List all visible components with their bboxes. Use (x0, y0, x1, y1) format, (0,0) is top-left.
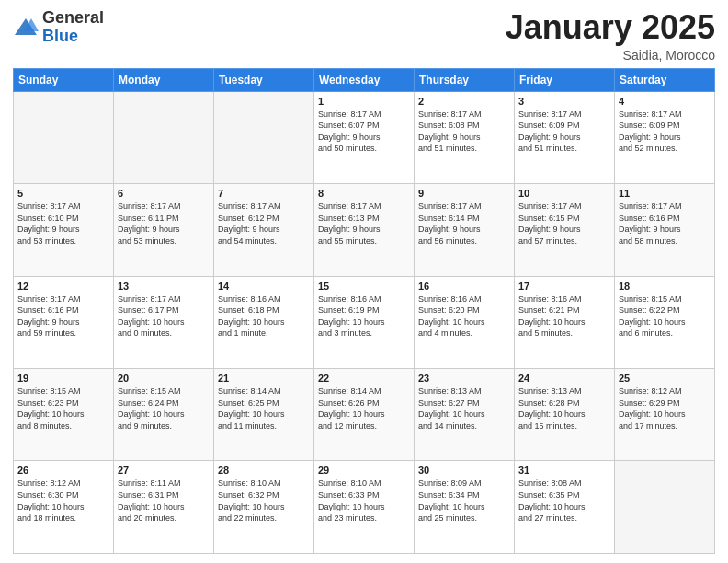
day-info: Sunrise: 8:08 AM Sunset: 6:35 PM Dayligh… (518, 477, 610, 523)
table-row: 4Sunrise: 8:17 AM Sunset: 6:09 PM Daylig… (615, 91, 715, 183)
table-row: 6Sunrise: 8:17 AM Sunset: 6:11 PM Daylig… (114, 184, 214, 276)
table-row (615, 461, 715, 554)
day-info: Sunrise: 8:17 AM Sunset: 6:09 PM Dayligh… (518, 109, 610, 155)
day-info: Sunrise: 8:15 AM Sunset: 6:23 PM Dayligh… (17, 385, 109, 431)
title-block: January 2025 Saidia, Morocco (506, 9, 715, 63)
table-row (214, 91, 314, 183)
header: General Blue January 2025 Saidia, Morocc… (13, 9, 715, 63)
logo-text: General Blue (42, 9, 104, 46)
day-number: 28 (218, 465, 310, 476)
table-row: 1Sunrise: 8:17 AM Sunset: 6:07 PM Daylig… (314, 91, 415, 183)
table-row: 8Sunrise: 8:17 AM Sunset: 6:13 PM Daylig… (314, 184, 415, 276)
day-info: Sunrise: 8:09 AM Sunset: 6:34 PM Dayligh… (418, 477, 510, 523)
table-row: 28Sunrise: 8:10 AM Sunset: 6:32 PM Dayli… (214, 461, 314, 554)
table-row: 27Sunrise: 8:11 AM Sunset: 6:31 PM Dayli… (114, 461, 214, 554)
day-number: 22 (318, 373, 410, 384)
day-info: Sunrise: 8:14 AM Sunset: 6:26 PM Dayligh… (318, 385, 410, 431)
day-number: 5 (17, 188, 109, 199)
day-number: 9 (418, 188, 510, 199)
table-row: 24Sunrise: 8:13 AM Sunset: 6:28 PM Dayli… (515, 369, 615, 461)
day-number: 24 (518, 373, 610, 384)
table-row: 10Sunrise: 8:17 AM Sunset: 6:15 PM Dayli… (515, 184, 615, 276)
day-info: Sunrise: 8:17 AM Sunset: 6:07 PM Dayligh… (318, 109, 410, 155)
day-info: Sunrise: 8:11 AM Sunset: 6:31 PM Dayligh… (118, 477, 210, 523)
day-info: Sunrise: 8:17 AM Sunset: 6:12 PM Dayligh… (218, 201, 310, 247)
day-info: Sunrise: 8:17 AM Sunset: 6:08 PM Dayligh… (418, 109, 510, 155)
table-row (14, 91, 114, 183)
table-row: 5Sunrise: 8:17 AM Sunset: 6:10 PM Daylig… (14, 184, 114, 276)
table-row: 16Sunrise: 8:16 AM Sunset: 6:20 PM Dayli… (415, 276, 515, 368)
day-info: Sunrise: 8:17 AM Sunset: 6:15 PM Dayligh… (518, 201, 610, 247)
logo-general-text: General (42, 9, 104, 28)
day-info: Sunrise: 8:17 AM Sunset: 6:17 PM Dayligh… (118, 293, 210, 339)
logo-icon (13, 15, 39, 40)
day-number: 15 (318, 281, 410, 292)
day-number: 19 (17, 373, 109, 384)
day-number: 20 (118, 373, 210, 384)
day-info: Sunrise: 8:15 AM Sunset: 6:24 PM Dayligh… (118, 385, 210, 431)
day-info: Sunrise: 8:17 AM Sunset: 6:16 PM Dayligh… (619, 201, 711, 247)
day-number: 18 (619, 281, 711, 292)
day-number: 7 (218, 188, 310, 199)
day-info: Sunrise: 8:17 AM Sunset: 6:09 PM Dayligh… (619, 109, 711, 155)
day-info: Sunrise: 8:12 AM Sunset: 6:30 PM Dayligh… (17, 477, 109, 523)
calendar-title: January 2025 (506, 9, 715, 46)
table-row: 7Sunrise: 8:17 AM Sunset: 6:12 PM Daylig… (214, 184, 314, 276)
table-row: 3Sunrise: 8:17 AM Sunset: 6:09 PM Daylig… (515, 91, 615, 183)
day-info: Sunrise: 8:10 AM Sunset: 6:33 PM Dayligh… (318, 477, 410, 523)
table-row: 15Sunrise: 8:16 AM Sunset: 6:19 PM Dayli… (314, 276, 415, 368)
day-number: 30 (418, 465, 510, 476)
day-number: 12 (17, 281, 109, 292)
table-row: 17Sunrise: 8:16 AM Sunset: 6:21 PM Dayli… (515, 276, 615, 368)
logo-blue-text: Blue (42, 28, 104, 46)
day-number: 8 (318, 188, 410, 199)
day-number: 26 (17, 465, 109, 476)
col-header-friday: Friday (515, 68, 615, 91)
table-row: 20Sunrise: 8:15 AM Sunset: 6:24 PM Dayli… (114, 369, 214, 461)
day-info: Sunrise: 8:17 AM Sunset: 6:13 PM Dayligh… (318, 201, 410, 247)
col-header-thursday: Thursday (415, 68, 515, 91)
day-number: 1 (318, 96, 410, 107)
table-row: 11Sunrise: 8:17 AM Sunset: 6:16 PM Dayli… (615, 184, 715, 276)
calendar-location: Saidia, Morocco (506, 48, 715, 63)
day-info: Sunrise: 8:12 AM Sunset: 6:29 PM Dayligh… (619, 385, 711, 431)
col-header-tuesday: Tuesday (214, 68, 314, 91)
day-info: Sunrise: 8:13 AM Sunset: 6:28 PM Dayligh… (518, 385, 610, 431)
day-number: 14 (218, 281, 310, 292)
day-number: 16 (418, 281, 510, 292)
table-row: 22Sunrise: 8:14 AM Sunset: 6:26 PM Dayli… (314, 369, 415, 461)
table-row: 21Sunrise: 8:14 AM Sunset: 6:25 PM Dayli… (214, 369, 314, 461)
day-number: 4 (619, 96, 711, 107)
table-row (114, 91, 214, 183)
day-number: 6 (118, 188, 210, 199)
calendar-week-row: 26Sunrise: 8:12 AM Sunset: 6:30 PM Dayli… (14, 461, 715, 554)
calendar-week-row: 5Sunrise: 8:17 AM Sunset: 6:10 PM Daylig… (14, 184, 715, 276)
day-info: Sunrise: 8:15 AM Sunset: 6:22 PM Dayligh… (619, 293, 711, 339)
day-number: 3 (518, 96, 610, 107)
day-info: Sunrise: 8:10 AM Sunset: 6:32 PM Dayligh… (218, 477, 310, 523)
col-header-wednesday: Wednesday (314, 68, 415, 91)
day-number: 2 (418, 96, 510, 107)
day-number: 10 (518, 188, 610, 199)
day-info: Sunrise: 8:16 AM Sunset: 6:21 PM Dayligh… (518, 293, 610, 339)
calendar-week-row: 1Sunrise: 8:17 AM Sunset: 6:07 PM Daylig… (14, 91, 715, 183)
table-row: 26Sunrise: 8:12 AM Sunset: 6:30 PM Dayli… (14, 461, 114, 554)
day-info: Sunrise: 8:17 AM Sunset: 6:10 PM Dayligh… (17, 201, 109, 247)
logo: General Blue (13, 9, 104, 46)
day-info: Sunrise: 8:16 AM Sunset: 6:18 PM Dayligh… (218, 293, 310, 339)
table-row: 12Sunrise: 8:17 AM Sunset: 6:16 PM Dayli… (14, 276, 114, 368)
table-row: 9Sunrise: 8:17 AM Sunset: 6:14 PM Daylig… (415, 184, 515, 276)
day-number: 11 (619, 188, 711, 199)
col-header-sunday: Sunday (14, 68, 114, 91)
day-info: Sunrise: 8:17 AM Sunset: 6:14 PM Dayligh… (418, 201, 510, 247)
table-row: 30Sunrise: 8:09 AM Sunset: 6:34 PM Dayli… (415, 461, 515, 554)
calendar-table: Sunday Monday Tuesday Wednesday Thursday… (13, 68, 715, 554)
col-header-monday: Monday (114, 68, 214, 91)
table-row: 23Sunrise: 8:13 AM Sunset: 6:27 PM Dayli… (415, 369, 515, 461)
table-row: 19Sunrise: 8:15 AM Sunset: 6:23 PM Dayli… (14, 369, 114, 461)
day-info: Sunrise: 8:16 AM Sunset: 6:19 PM Dayligh… (318, 293, 410, 339)
calendar-header-row: Sunday Monday Tuesday Wednesday Thursday… (14, 68, 715, 91)
table-row: 18Sunrise: 8:15 AM Sunset: 6:22 PM Dayli… (615, 276, 715, 368)
day-info: Sunrise: 8:16 AM Sunset: 6:20 PM Dayligh… (418, 293, 510, 339)
day-info: Sunrise: 8:14 AM Sunset: 6:25 PM Dayligh… (218, 385, 310, 431)
